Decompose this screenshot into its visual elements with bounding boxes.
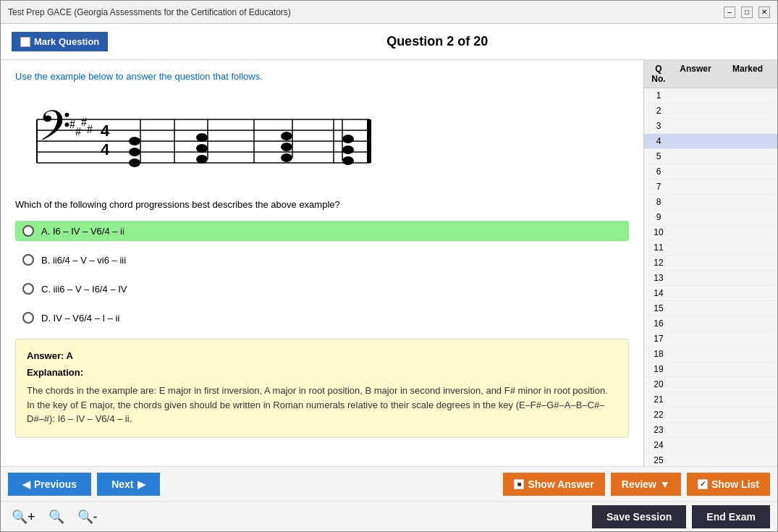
row-marked [722, 257, 774, 269]
maximize-button[interactable]: □ [741, 7, 753, 18]
next-button[interactable]: Next ▶ [97, 473, 159, 496]
row-marked [722, 287, 774, 299]
svg-point-23 [196, 133, 208, 142]
zoom-reset-button[interactable]: 🔍 [45, 507, 68, 526]
sidebar-row[interactable]: 4 [644, 134, 777, 149]
sidebar-row[interactable]: 16 [644, 316, 777, 332]
row-number: 20 [648, 379, 669, 390]
sidebar-row[interactable]: 24 [644, 438, 777, 453]
sidebar-row[interactable]: 22 [644, 408, 777, 423]
next-label: Next [111, 478, 133, 490]
row-answer [669, 227, 722, 238]
minimize-button[interactable]: – [724, 7, 735, 18]
sidebar-row[interactable]: 5 [644, 149, 777, 164]
row-marked [722, 348, 774, 360]
sidebar-row[interactable]: 8 [644, 195, 777, 210]
row-number: 22 [648, 409, 669, 421]
sidebar-col-qno: Q No. [648, 64, 669, 84]
sidebar-list[interactable]: 1234567891011121314151617181920212223242… [644, 88, 777, 466]
row-answer [669, 424, 722, 436]
window-controls: – □ ✕ [724, 7, 770, 18]
sidebar-row[interactable]: 18 [644, 347, 777, 362]
sidebar-row[interactable]: 9 [644, 210, 777, 225]
row-answer [669, 135, 722, 147]
svg-point-21 [196, 155, 208, 164]
sidebar-row[interactable]: 15 [644, 301, 777, 316]
row-marked [722, 394, 774, 405]
save-session-button[interactable]: Save Session [592, 505, 686, 528]
row-marked [722, 105, 774, 117]
end-exam-button[interactable]: End Exam [692, 505, 770, 528]
show-list-checkbox-icon: ✓ [698, 479, 708, 489]
row-answer [669, 409, 722, 421]
option-c[interactable]: C. iii6 – V – I6/4 – IV [15, 279, 629, 299]
row-number: 3 [648, 120, 669, 132]
sidebar-row[interactable]: 17 [644, 332, 777, 347]
sidebar-row[interactable]: 23 [644, 423, 777, 438]
row-answer [669, 394, 722, 405]
row-marked [722, 135, 774, 147]
sidebar-row[interactable]: 12 [644, 256, 777, 271]
option-b[interactable]: B. ii6/4 – V – vi6 – iii [15, 250, 629, 270]
option-c-text: C. iii6 – V – I6/4 – IV [41, 284, 127, 295]
row-number: 8 [648, 196, 669, 208]
sidebar-row[interactable]: 1 [644, 88, 777, 104]
save-session-label: Save Session [606, 511, 672, 523]
row-answer [669, 287, 722, 299]
end-exam-label: End Exam [706, 511, 756, 523]
show-answer-button[interactable]: ■ Show Answer [503, 473, 604, 496]
sidebar-row[interactable]: 14 [644, 286, 777, 301]
row-answer [669, 120, 722, 132]
main-window: Test Prep GACE (Georgia Assessments for … [0, 0, 778, 532]
zoom-in-button[interactable]: 🔍+ [8, 507, 39, 526]
option-b-text: B. ii6/4 – V – vi6 – iii [41, 255, 126, 266]
show-list-label: Show List [711, 478, 759, 490]
sidebar-col-answer: Answer [669, 64, 722, 84]
svg-text:#: # [81, 116, 87, 128]
review-button[interactable]: Review ▼ [611, 473, 681, 496]
option-a-text: A. I6 – IV – V6/4 – ii [41, 226, 124, 237]
svg-point-26 [281, 143, 292, 151]
sidebar-row[interactable]: 10 [644, 225, 777, 240]
row-number: 21 [648, 394, 669, 405]
sidebar-row[interactable]: 21 [644, 392, 777, 408]
next-arrow-icon: ▶ [138, 478, 145, 490]
show-list-button[interactable]: ✓ Show List [687, 473, 770, 496]
previous-button[interactable]: ◀ Previous [8, 473, 91, 496]
option-d-radio [22, 312, 34, 324]
svg-point-31 [342, 135, 354, 143]
svg-text:#: # [69, 118, 75, 130]
sidebar-row[interactable]: 6 [644, 164, 777, 180]
sidebar-row[interactable]: 2 [644, 104, 777, 119]
svg-text:#: # [87, 123, 93, 135]
window-title: Test Prep GACE (Georgia Assessments for … [8, 7, 291, 17]
row-marked [722, 303, 774, 314]
option-a[interactable]: A. I6 – IV – V6/4 – ii [15, 221, 629, 241]
zoom-out-button[interactable]: 🔍- [74, 507, 101, 526]
mark-question-button[interactable]: Mark Question [12, 32, 108, 51]
row-marked [722, 363, 774, 375]
sidebar-row[interactable]: 25 [644, 453, 777, 466]
svg-point-30 [342, 145, 354, 154]
svg-point-25 [281, 153, 292, 162]
row-marked [722, 333, 774, 345]
row-answer [669, 363, 722, 375]
sidebar-row[interactable]: 3 [644, 119, 777, 134]
svg-point-27 [281, 132, 292, 140]
sidebar-row[interactable]: 11 [644, 240, 777, 256]
option-d[interactable]: D. IV – V6/4 – I – ii [15, 308, 629, 328]
sidebar-row[interactable]: 13 [644, 271, 777, 286]
row-marked [722, 227, 774, 238]
sidebar-row[interactable]: 20 [644, 377, 777, 392]
row-number: 23 [648, 424, 669, 436]
option-b-radio [22, 254, 34, 266]
row-answer [669, 272, 722, 284]
sidebar-row[interactable]: 7 [644, 180, 777, 195]
row-marked [722, 196, 774, 208]
row-answer [669, 318, 722, 329]
row-number: 16 [648, 318, 669, 329]
sidebar-row[interactable]: 19 [644, 362, 777, 377]
row-marked [722, 90, 774, 101]
close-button[interactable]: ✕ [758, 7, 770, 18]
bottom-bar: ◀ Previous Next ▶ ■ Show Answer Review ▼… [1, 466, 777, 501]
